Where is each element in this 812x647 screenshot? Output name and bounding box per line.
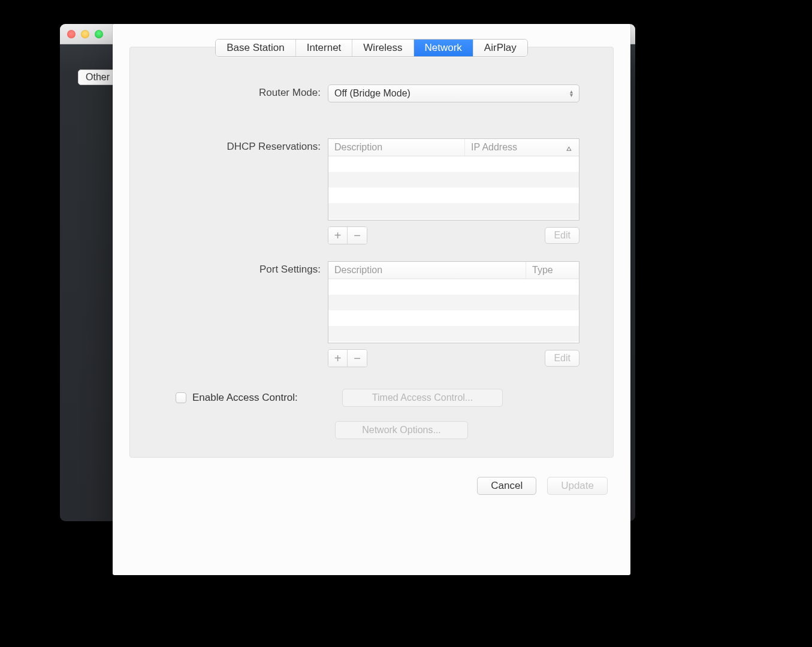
- table-row: [328, 326, 579, 341]
- port-col-description[interactable]: Description: [328, 262, 526, 279]
- timed-access-button[interactable]: Timed Access Control...: [342, 389, 503, 407]
- cancel-button[interactable]: Cancel: [477, 477, 536, 495]
- chevron-updown-icon: ▴▾: [570, 90, 573, 97]
- minimize-icon[interactable]: [81, 30, 89, 38]
- sheet-footer: Cancel Update: [129, 477, 614, 495]
- table-row: [328, 172, 579, 188]
- tab-wireless[interactable]: Wireless: [352, 40, 413, 56]
- port-label: Port Settings:: [140, 261, 328, 276]
- router-mode-label: Router Mode:: [140, 84, 328, 99]
- dhcp-edit-button[interactable]: Edit: [545, 227, 579, 244]
- tab-internet[interactable]: Internet: [296, 40, 353, 56]
- table-row: [328, 279, 579, 295]
- dhcp-add-button[interactable]: +: [328, 227, 348, 244]
- port-add-button[interactable]: +: [328, 350, 348, 367]
- port-remove-button[interactable]: −: [348, 350, 367, 367]
- table-row: [328, 295, 579, 310]
- settings-pane: Base Station Internet Wireless Network A…: [129, 47, 614, 458]
- network-options-button[interactable]: Network Options...: [335, 421, 468, 439]
- dhcp-label: DHCP Reservations:: [140, 138, 328, 153]
- router-mode-value: Off (Bridge Mode): [334, 88, 410, 99]
- access-control-label: Enable Access Control:: [192, 392, 335, 404]
- tab-airplay[interactable]: AirPlay: [473, 40, 527, 56]
- dhcp-remove-button[interactable]: −: [348, 227, 367, 244]
- port-list[interactable]: Description Type: [328, 261, 579, 343]
- table-row: [328, 310, 579, 326]
- tab-network[interactable]: Network: [414, 40, 473, 56]
- access-control-checkbox[interactable]: [176, 392, 186, 403]
- dhcp-col-description[interactable]: Description: [328, 139, 465, 156]
- table-row: [328, 188, 579, 203]
- tab-base-station[interactable]: Base Station: [216, 40, 295, 56]
- port-col-type[interactable]: Type: [526, 262, 579, 279]
- sort-up-icon: ㅿ: [565, 144, 573, 155]
- close-icon[interactable]: [67, 30, 76, 38]
- update-button[interactable]: Update: [547, 477, 608, 495]
- zoom-icon[interactable]: [95, 30, 103, 38]
- tab-bar: Base Station Internet Wireless Network A…: [130, 39, 613, 57]
- other-button[interactable]: Other: [78, 69, 117, 85]
- traffic-lights: [60, 30, 103, 38]
- router-mode-popup[interactable]: Off (Bridge Mode) ▴▾: [328, 84, 579, 102]
- port-edit-button[interactable]: Edit: [545, 350, 579, 367]
- settings-sheet: Base Station Internet Wireless Network A…: [113, 24, 630, 575]
- table-row: [328, 203, 579, 219]
- dhcp-col-ip[interactable]: IP Address ㅿ: [465, 139, 579, 156]
- table-row: [328, 156, 579, 172]
- dhcp-list[interactable]: Description IP Address ㅿ: [328, 138, 579, 220]
